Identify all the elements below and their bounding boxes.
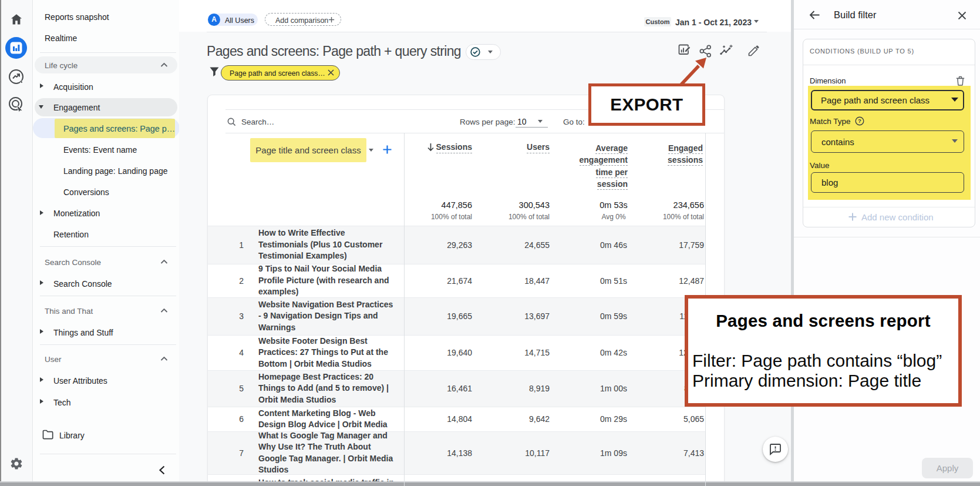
svg-text:?: ?	[858, 118, 861, 124]
